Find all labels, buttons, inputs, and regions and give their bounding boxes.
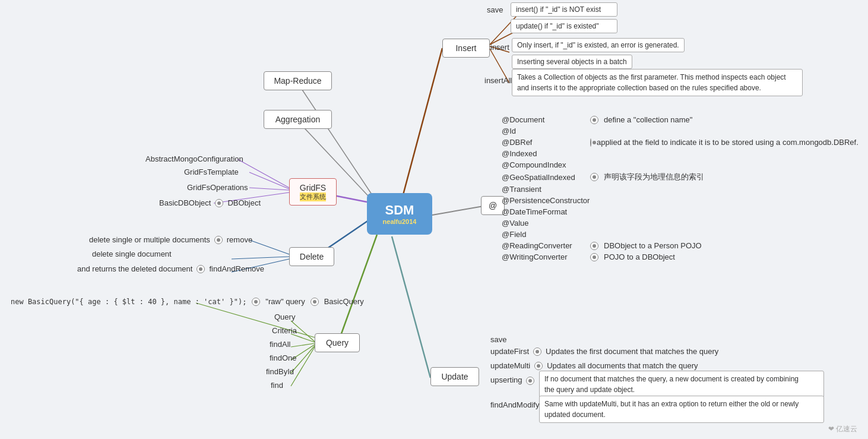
- svg-line-25: [196, 303, 315, 337]
- insert-item2: Inserting several objects in a batch: [512, 55, 632, 69]
- query-sub-criteria: Criteria: [272, 326, 297, 335]
- at-dbref: @DBRef applied at the field to indicate …: [502, 137, 846, 148]
- center-node: SDM nealfu2014: [367, 193, 432, 235]
- gridfs-label-operations: GridFsOperations: [187, 183, 248, 192]
- svg-line-21: [291, 343, 315, 347]
- update-node: Update: [430, 367, 479, 386]
- at-writingconverter: @WritingConverter POJO to a DBObject: [502, 251, 846, 263]
- gridfs-label-basic: BasicDBObject DBObject: [159, 198, 261, 207]
- query-sub-findall: findAll: [270, 340, 290, 349]
- at-value: @Value: [502, 217, 846, 229]
- insert-item1: Only insert, if "_id" is existed, an err…: [512, 38, 685, 52]
- gridfs-node: GridFS 文件系统: [289, 178, 337, 206]
- at-geospatialindexed: @GeoSpatialIndexed 声明该字段为地理信息的索引: [502, 170, 846, 184]
- query-sub-findbyid: findById: [266, 367, 294, 376]
- delete-remove-row: delete single or multiple documents remo…: [89, 235, 252, 244]
- at-readingconverter: @ReadingConverter DBObject to a Person P…: [502, 240, 846, 251]
- svg-line-7: [392, 236, 430, 378]
- at-document: @Document define a "collection name": [502, 114, 846, 125]
- svg-line-14: [249, 188, 289, 190]
- upserting-box: If no document that matches the query, a…: [539, 371, 824, 398]
- center-sublabel: nealfu2014: [383, 218, 417, 225]
- insert-save-item2: update() if "_id" is existed": [511, 19, 617, 33]
- at-transient: @Transient: [502, 184, 846, 195]
- svg-line-0: [400, 48, 442, 208]
- query-raw-row: new BasicQuery("{ age : { $lt : 40 }, na…: [11, 297, 364, 306]
- at-field: @Field: [502, 229, 846, 240]
- query-sub-findone: findOne: [270, 353, 297, 362]
- mapreduce-node: Map-Reduce: [264, 71, 332, 90]
- center-label: SDM: [385, 203, 414, 217]
- gridfs-label-abstract: AbstractMongoConfiguration: [145, 154, 243, 163]
- insertall-box: Takes a Collection of objects as the fir…: [512, 69, 803, 96]
- svg-line-6: [337, 235, 377, 345]
- at-indexed: @Indexed: [502, 148, 846, 159]
- delete-node: Delete: [289, 247, 334, 266]
- svg-line-17: [232, 257, 289, 259]
- query-sub-query: Query: [274, 312, 295, 321]
- at-annotations: @Document define a "collection name" @Id…: [502, 114, 846, 263]
- save-label: save: [487, 5, 503, 14]
- query-node: Query: [315, 333, 360, 352]
- at-node: @: [481, 196, 505, 215]
- update-multi-row: updateMulti Updates all documents that m…: [490, 361, 698, 370]
- insert-save-item1: insert() if "_id" is NOT exist: [511, 2, 617, 17]
- findandmodify-box: Same with updateMulti, but it has an ext…: [539, 396, 824, 423]
- at-compoundindex: @CompoundIndex: [502, 159, 846, 170]
- aggregation-node: Aggregation: [264, 110, 332, 129]
- at-persistenceconstructor: @PersistenceConstructor: [502, 195, 846, 206]
- watermark: ❤ 亿速云: [828, 424, 857, 434]
- delete-findandremove-row: and returns the deleted document findAnd…: [77, 264, 264, 273]
- gridfs-label-template: GridFsTemplate: [184, 168, 239, 176]
- svg-line-1: [432, 206, 487, 215]
- update-upserting-label: upserting: [490, 375, 536, 385]
- query-sub-find: find: [271, 381, 283, 390]
- update-first-row: updateFirst Updates the first document t…: [490, 347, 718, 356]
- svg-line-20: [291, 334, 315, 342]
- svg-line-13: [249, 172, 289, 189]
- delete-findandremove-text1: delete single document: [92, 249, 172, 258]
- at-id: @Id: [502, 125, 846, 137]
- insert-label: insert: [490, 43, 509, 52]
- insertall-label: insertAll: [484, 76, 512, 85]
- svg-line-16: [249, 240, 289, 254]
- svg-line-24: [291, 347, 315, 386]
- update-save-label: save: [490, 335, 506, 344]
- at-datetimeformat: @DateTimeFormat: [502, 206, 846, 217]
- insert-node: Insert: [442, 39, 490, 58]
